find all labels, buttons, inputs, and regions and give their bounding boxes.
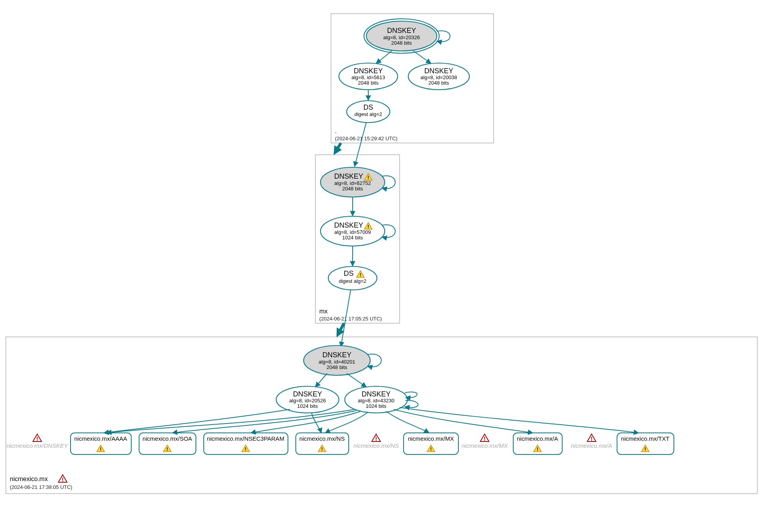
svg-text:2048 bits: 2048 bits (342, 186, 363, 192)
svg-text:2048 bits: 2048 bits (429, 80, 449, 86)
svg-text:2048 bits: 2048 bits (327, 364, 348, 370)
svg-text:DNSKEY: DNSKEY (334, 172, 363, 180)
rrset-nsec3param: nicmexico.mx/NSEC3PARAM (204, 433, 288, 454)
svg-text:DNSKEY: DNSKEY (293, 390, 322, 398)
svg-text:nicmexico.mx/MX: nicmexico.mx/MX (462, 442, 508, 449)
node-nic-ksk: DNSKEY alg=8, id=40201 2048 bits (304, 346, 381, 375)
rrset-a: nicmexico.mx/A (513, 433, 562, 454)
node-mx-ds: DS digest alg=2 (328, 266, 377, 290)
rrset-soa: nicmexico.mx/SOA (139, 433, 196, 454)
zone-nic-timestamp: (2024-06-21 17:38:05 UTC) (10, 484, 72, 490)
rrset-ns: nicmexico.mx/NS (296, 433, 349, 454)
svg-text:DNSKEY: DNSKEY (354, 67, 383, 75)
zone-nicmexico: DNSKEY alg=8, id=40201 2048 bits DNSKEY … (6, 337, 757, 494)
svg-text:nicmexico.mx/A: nicmexico.mx/A (517, 435, 558, 442)
node-nic-zsk1: DNSKEY alg=8, id=20526 1024 bits (276, 386, 339, 413)
svg-text:nicmexico.mx/NSEC3PARAM: nicmexico.mx/NSEC3PARAM (207, 435, 284, 442)
svg-text:alg=8, id=57009: alg=8, id=57009 (334, 229, 371, 235)
node-root-ksk: DNSKEY alg=8, id=20326 2048 bits (364, 19, 450, 53)
svg-text:DNSKEY: DNSKEY (387, 27, 416, 34)
node-root-ds: DS digest alg=2 (347, 101, 390, 123)
svg-text:DNSKEY: DNSKEY (362, 390, 391, 398)
svg-text:alg=8, id=20326: alg=8, id=20326 (383, 34, 420, 40)
svg-text:1024 bits: 1024 bits (297, 403, 318, 409)
ghost-ns: nicmexico.mx/NS (353, 434, 399, 449)
svg-text:2048 bits: 2048 bits (358, 80, 379, 86)
node-nic-zsk2: DNSKEY alg=8, id=43230 1024 bits (345, 386, 418, 413)
ghost-a: nicmexico.mx/A (571, 434, 612, 449)
node-root-zsk2: DNSKEY alg=8, id=20038 2048 bits (408, 63, 469, 90)
ghost-mx: nicmexico.mx/MX (462, 434, 508, 449)
svg-text:DNSKEY: DNSKEY (322, 351, 351, 359)
svg-text:alg=8, id=40201: alg=8, id=40201 (319, 359, 355, 365)
edge-rootds-to-mxksk (355, 122, 366, 166)
svg-text:alg=8, id=20526: alg=8, id=20526 (289, 398, 326, 404)
svg-text:nicmexico.mx/DNSKEY: nicmexico.mx/DNSKEY (7, 442, 69, 449)
svg-text:nicmexico.mx/TXT: nicmexico.mx/TXT (621, 435, 669, 442)
svg-text:digest alg=2: digest alg=2 (339, 278, 366, 284)
error-icon (372, 434, 380, 442)
zone-root-timestamp: (2024-06-21 15:29:42 UTC) (335, 136, 398, 141)
error-icon (587, 434, 596, 442)
svg-text:DS: DS (363, 103, 373, 111)
zone-mx-timestamp: (2024-06-21 17:05:25 UTC) (319, 316, 382, 322)
svg-text:DS: DS (344, 270, 353, 277)
rrset-aaaa: nicmexico.mx/AAAA (71, 433, 131, 454)
svg-text:nicmexico.mx/AAAA: nicmexico.mx/AAAA (74, 435, 127, 442)
rrset-txt: nicmexico.mx/TXT (617, 433, 674, 454)
svg-text:2048 bits: 2048 bits (391, 40, 412, 46)
svg-text:nicmexico.mx/MX: nicmexico.mx/MX (408, 435, 454, 442)
zone-mx-label: mx (319, 308, 328, 315)
svg-text:digest alg=2: digest alg=2 (355, 111, 382, 117)
svg-text:alg=8, id=20038: alg=8, id=20038 (420, 74, 457, 80)
node-root-zsk1: DNSKEY alg=8, id=5613 2048 bits (339, 63, 398, 90)
rrset-mx: nicmexico.mx/MX (404, 433, 458, 454)
zone-nic-label: nicmexico.mx (10, 476, 48, 482)
node-mx-zsk: DNSKEY alg=8, id=57009 1024 bits (320, 216, 395, 246)
ghost-dnskey: nicmexico.mx/DNSKEY (7, 434, 69, 449)
zone-mx: mx (2024-06-21 17:05:25 UTC) DNSKEY alg=… (315, 155, 400, 323)
zone-root-label: . (335, 128, 337, 134)
error-icon (33, 434, 42, 442)
svg-text:nicmexico.mx/NS: nicmexico.mx/NS (353, 442, 399, 449)
svg-text:DNSKEY: DNSKEY (424, 67, 453, 75)
delegation-root-to-mx (335, 143, 341, 153)
svg-text:nicmexico.mx/SOA: nicmexico.mx/SOA (143, 435, 192, 442)
zone-root: . (2024-06-21 15:29:42 UTC) DNSKEY alg=8… (331, 14, 494, 143)
svg-text:alg=8, id=62752: alg=8, id=62752 (334, 180, 371, 186)
node-mx-ksk: DNSKEY alg=8, id=62752 2048 bits (320, 167, 395, 197)
svg-text:1024 bits: 1024 bits (366, 403, 387, 409)
svg-text:DNSKEY: DNSKEY (334, 221, 363, 229)
svg-text:alg=8, id=43230: alg=8, id=43230 (358, 398, 394, 404)
error-icon (480, 434, 489, 442)
svg-text:1024 bits: 1024 bits (342, 235, 363, 241)
svg-text:nicmexico.mx/NS: nicmexico.mx/NS (299, 435, 345, 442)
error-icon (58, 475, 67, 483)
svg-text:alg=8, id=5613: alg=8, id=5613 (351, 74, 385, 80)
svg-text:nicmexico.mx/A: nicmexico.mx/A (571, 442, 612, 449)
